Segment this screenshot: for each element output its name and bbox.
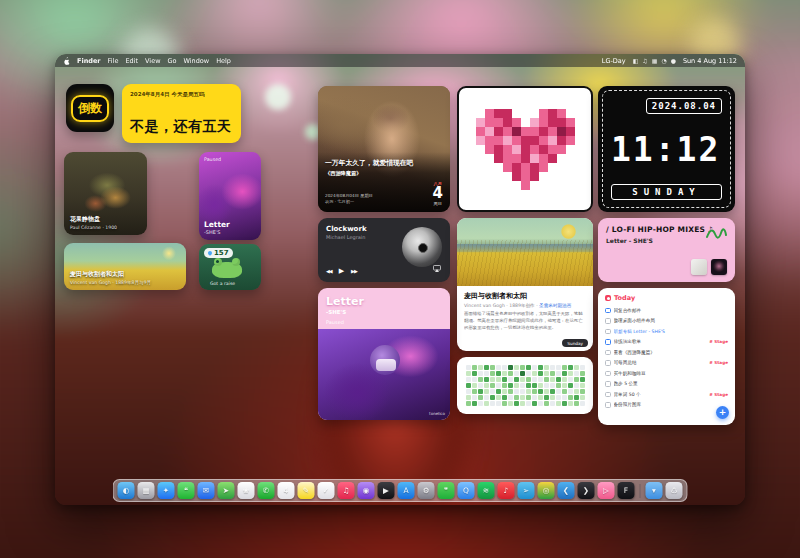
dock-app-finder[interactable]: ◐ <box>118 482 135 499</box>
dock-app-reminders[interactable]: ✓ <box>318 482 335 499</box>
todo-checkbox[interactable] <box>605 318 611 324</box>
dock-app-messages[interactable]: ❝ <box>178 482 195 499</box>
status-icon-0[interactable]: ◧ <box>633 57 639 64</box>
previous-track-button[interactable]: ◀◀ <box>326 268 332 274</box>
menu-item-finder[interactable]: Finder <box>77 57 101 65</box>
dock-app-figma[interactable]: F <box>618 482 635 499</box>
contribution-cell <box>532 371 537 376</box>
dock-app-launchpad[interactable]: ▦ <box>138 482 155 499</box>
artwork-of-the-day-widget[interactable]: 麦田与收割者和太阳 Vincent van Gogh · 1889年创作 · 圣… <box>457 218 593 351</box>
wheatfield-small-widget[interactable]: 麦田与收割者和太阳 Vincent van Gogh · 1889年8月与9月 <box>64 243 186 290</box>
play-button[interactable]: ▶ <box>339 267 344 275</box>
frog-widget[interactable]: 157 Got a raise <box>199 244 261 290</box>
menu-item-file[interactable]: File <box>108 57 119 65</box>
dock-app-tv[interactable]: ▶ <box>378 482 395 499</box>
todo-checkbox[interactable] <box>605 402 611 408</box>
todo-widget[interactable]: Today 回复合作邮件整理桌面小组件布局听新专辑 Letter - SHE'S… <box>598 288 735 425</box>
dock-app-safari[interactable]: ✦ <box>158 482 175 499</box>
menu-item-view[interactable]: View <box>145 57 160 65</box>
dock-app-photos[interactable]: ❀ <box>238 482 255 499</box>
contribution-cell <box>580 377 585 382</box>
todo-item[interactable]: 写每周总结# Stage <box>605 358 728 369</box>
contribution-cell <box>580 389 585 394</box>
lofi-mix-widget[interactable]: / LO-FI HIP-HOP MIXES ♪ Letter - SHE'S <box>598 218 735 282</box>
finder-icon: ◐ <box>123 486 130 495</box>
dock-app-netease-music[interactable]: ♪ <box>498 482 515 499</box>
dock-app-settings[interactable]: ⚙ <box>418 482 435 499</box>
todo-checkbox[interactable] <box>605 308 611 314</box>
dock-app-mail[interactable]: ✉ <box>198 482 215 499</box>
music-widget-small[interactable]: Paused Letter -SHE'S <box>199 152 261 240</box>
todo-checkbox[interactable] <box>605 381 611 387</box>
status-icon-4[interactable]: ● <box>671 57 676 64</box>
status-icon-1[interactable]: ♫ <box>642 57 647 64</box>
dock-app-calendar[interactable]: 4 <box>278 482 295 499</box>
menubar-app-label[interactable]: LG-Day <box>602 57 626 65</box>
contribution-graph-widget[interactable] <box>457 357 593 414</box>
dock-app-podcasts[interactable]: ◉ <box>358 482 375 499</box>
artwork-link[interactable]: 圣雷米时期油画 <box>539 303 571 308</box>
todo-item[interactable]: 重看《西游降魔篇》 <box>605 347 728 358</box>
contribution-cell <box>556 365 561 370</box>
heart-pixel <box>494 181 503 190</box>
todo-item[interactable]: 买牛奶和咖啡豆 <box>605 368 728 379</box>
todo-item[interactable]: 回复合作邮件 <box>605 305 728 316</box>
album-thumb-sketch[interactable] <box>691 259 707 275</box>
apple-menu-icon[interactable] <box>63 57 70 65</box>
heart-pixel <box>575 145 584 154</box>
todo-checkbox[interactable] <box>605 350 611 356</box>
dock-app-wechat[interactable]: ❞ <box>438 482 455 499</box>
todo-item[interactable]: 听新专辑 Letter - SHE'S <box>605 326 728 337</box>
dock-app-terminal[interactable]: ❯ <box>578 482 595 499</box>
heart-pixel <box>548 181 557 190</box>
quote-week-line: 农历 · 七月初一 <box>325 199 373 206</box>
menu-item-edit[interactable]: Edit <box>125 57 138 65</box>
todo-item[interactable]: 整理桌面小组件布局 <box>605 316 728 327</box>
todo-checkbox[interactable] <box>605 371 611 377</box>
dock-app-bilibili[interactable]: ▷ <box>598 482 615 499</box>
todo-checkbox[interactable] <box>605 392 611 398</box>
pixel-clock-frame: 2024.08.04 11:12 SUNDAY <box>602 90 731 208</box>
dock-app-telegram[interactable]: ➢ <box>518 482 535 499</box>
countdown-app-icon[interactable]: 倒数 <box>66 84 114 132</box>
next-track-button[interactable]: ▶▶ <box>351 268 357 274</box>
contribution-cell <box>502 401 507 406</box>
add-task-button[interactable]: + <box>716 406 729 419</box>
dock-app-facetime[interactable]: ✆ <box>258 482 275 499</box>
status-icon-3[interactable]: ◔ <box>661 57 666 64</box>
menu-item-go[interactable]: Go <box>167 57 176 65</box>
menubar-clock[interactable]: Sun 4 Aug 11:12 <box>683 57 737 65</box>
photo-quote-widget[interactable]: 一万年太久了，就爱惜现在吧 《西游降魔篇》 2024年08月04日 星期日 农历… <box>318 86 450 212</box>
status-icon-2[interactable]: ▦ <box>652 57 658 64</box>
album-thumb-dark[interactable] <box>711 259 727 275</box>
countdown-widget[interactable]: 2024年8月4日 今天是周五吗 不是，还有五天 <box>122 84 241 143</box>
todo-checkbox[interactable] <box>605 339 611 345</box>
dock-app-chrome[interactable]: ◎ <box>538 482 555 499</box>
dock-app-maps[interactable]: ➤ <box>218 482 235 499</box>
todo-item[interactable]: 排练演出歌单# Stage <box>605 337 728 348</box>
menu-item-window[interactable]: Window <box>184 57 210 65</box>
dock-app-vscode[interactable]: ❮ <box>558 482 575 499</box>
letter-large-widget[interactable]: Letter -SHE'S Paused tonelico <box>318 288 450 420</box>
airplay-icon[interactable] <box>433 257 441 276</box>
music-player-widget[interactable]: Clockwork Michael Legrain ◀◀ ▶ ▶▶ <box>318 218 450 282</box>
dock-app-notes[interactable]: ✎ <box>298 482 315 499</box>
pixel-heart-widget[interactable] <box>457 86 593 212</box>
dock-app-appstore[interactable]: A <box>398 482 415 499</box>
cezanne-art-widget[interactable]: 花果静物盘 Paul Cézanne · 1900 <box>64 152 147 235</box>
todo-checkbox[interactable] <box>605 329 611 335</box>
dock-app-spotify[interactable]: ≋ <box>478 482 495 499</box>
todo-checkbox[interactable] <box>605 360 611 366</box>
dock-app-trash[interactable]: ♺ <box>666 482 683 499</box>
contribution-cell <box>490 401 495 406</box>
dock-app-downloads-folder[interactable]: ▾ <box>646 482 663 499</box>
countdown-question: 今天是周五吗 <box>171 91 204 97</box>
todo-item[interactable]: 跑步 5 公里 <box>605 379 728 390</box>
heart-pixel <box>521 154 530 163</box>
todo-item[interactable]: 备份照片图库 <box>605 400 728 411</box>
dock-app-qq[interactable]: Q <box>458 482 475 499</box>
pixel-clock-widget[interactable]: 2024.08.04 11:12 SUNDAY <box>598 86 735 212</box>
dock-app-music[interactable]: ♫ <box>338 482 355 499</box>
todo-item[interactable]: 背单词 50 个# Stage <box>605 389 728 400</box>
menu-item-help[interactable]: Help <box>216 57 231 65</box>
